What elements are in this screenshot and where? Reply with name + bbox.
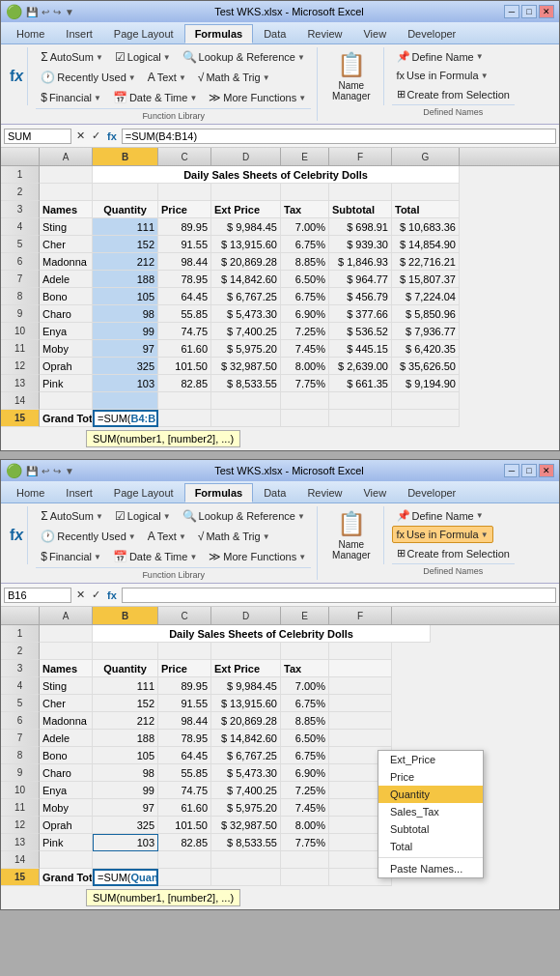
cell-d7-2[interactable]: $ 14,842.60 [211,730,281,747]
cell-g6-1[interactable]: $ 22,716.21 [392,253,460,271]
cell-d13-2[interactable]: $ 8,533.55 [211,834,281,851]
cell-e12-1[interactable]: 8.00% [281,358,329,375]
create-from-selection-btn-1[interactable]: ⊞ Create from Selection [392,85,515,103]
dropdown-item-price[interactable]: Price [378,768,483,786]
cell-a2-2[interactable] [40,643,93,660]
cell-a9-1[interactable]: Charo [40,305,93,323]
col-header-a-1[interactable]: A [40,148,93,165]
cell-d2-2[interactable] [211,643,281,660]
cell-b14-1[interactable] [93,392,158,410]
cell-b12-1[interactable]: 325 [93,358,158,375]
formula-input-1[interactable] [122,129,556,144]
cell-a5-1[interactable]: Cher [40,236,93,253]
cell-d5-1[interactable]: $ 13,915.60 [211,236,281,253]
cell-c14-2[interactable] [158,851,211,869]
cell-c2-1[interactable] [158,184,211,201]
cell-b7-1[interactable]: 188 [93,271,158,288]
cell-e5-1[interactable]: 6.75% [281,236,329,253]
cell-c12-1[interactable]: 101.50 [158,358,211,375]
cell-a8-2[interactable]: Bono [40,747,93,764]
cell-e7-1[interactable]: 6.50% [281,271,329,288]
cell-b10-1[interactable]: 99 [93,323,158,340]
cell-a15-2[interactable]: Grand Totals [40,869,93,886]
cell-c3-1[interactable]: Price [158,201,211,218]
cell-c11-1[interactable]: 61.60 [158,340,211,358]
lookup-ref-btn-1[interactable]: 🔍 Lookup & Reference ▼ [178,47,310,67]
cell-a12-1[interactable]: Oprah [40,358,93,375]
cell-f7-2[interactable] [329,730,392,747]
cell-e13-1[interactable]: 7.75% [281,375,329,392]
cell-c7-2[interactable]: 78.95 [158,730,211,747]
text-btn-1[interactable]: A Text ▼ [143,68,191,87]
datetime-btn-2[interactable]: 📅 Date & Time ▼ [108,547,202,566]
cell-c9-2[interactable]: 55.85 [158,764,211,782]
tab-developer-1[interactable]: Developer [397,24,466,43]
cell-a2-1[interactable] [40,184,93,201]
tab-review-2[interactable]: Review [296,483,352,502]
more-functions-btn-1[interactable]: ≫ More Functions ▼ [204,88,311,107]
cell-a11-1[interactable]: Moby [40,340,93,358]
cell-g15-1[interactable] [392,410,460,427]
cell-g5-1[interactable]: $ 14,854.90 [392,236,460,253]
cell-e8-2[interactable]: 6.75% [281,747,329,764]
dropdown-item-extprice[interactable]: Ext_Price [378,751,483,768]
cell-c13-1[interactable]: 82.85 [158,375,211,392]
maximize-btn-2[interactable]: □ [521,464,537,477]
cell-a13-2[interactable]: Pink [40,834,93,851]
use-in-formula-btn-2[interactable]: fx Use in Formula ▼ [392,526,493,543]
cell-c3-2[interactable]: Price [158,660,211,677]
quick-access-redo[interactable]: ↪ [53,7,61,17]
name-manager-btn-1[interactable]: 📋 NameManager [325,47,377,105]
insert-function-formula-btn[interactable]: fx [105,130,119,142]
dropdown-item-paste-names[interactable]: Paste Names... [378,860,483,877]
cell-f14-1[interactable] [329,392,392,410]
formula-input-2[interactable] [122,588,556,603]
cell-c6-2[interactable]: 98.44 [158,712,211,730]
col-header-a-2[interactable]: A [40,607,93,624]
cell-f5-1[interactable]: $ 939.30 [329,236,392,253]
qa-more-2[interactable]: ▼ [65,466,74,476]
cell-c15-1[interactable] [158,410,211,427]
cell-e9-1[interactable]: 6.90% [281,305,329,323]
cell-b3-2[interactable]: Quantity [93,660,158,677]
cell-d6-1[interactable]: $ 20,869.28 [211,253,281,271]
cell-b8-2[interactable]: 105 [93,747,158,764]
insert-function-formula-btn-2[interactable]: fx [105,589,119,601]
cell-g12-1[interactable]: $ 35,626.50 [392,358,460,375]
cell-e7-2[interactable]: 6.50% [281,730,329,747]
tab-data-2[interactable]: Data [253,483,296,502]
cell-e11-1[interactable]: 7.45% [281,340,329,358]
cell-a5-2[interactable]: Cher [40,695,93,712]
tab-formulas-2[interactable]: Formulas [184,483,254,502]
cell-d4-1[interactable]: $ 9,984.45 [211,218,281,236]
tab-insert-2[interactable]: Insert [55,483,103,502]
cell-d15-2[interactable] [211,869,281,886]
cancel-formula-btn[interactable]: ✕ [74,129,87,142]
cell-b4-2[interactable]: 111 [93,677,158,695]
text-btn-2[interactable]: A Text ▼ [143,527,191,546]
col-header-e-2[interactable]: E [281,607,329,624]
insert-function-btn[interactable]: fx [6,47,28,105]
define-name-btn-1[interactable]: 📌 Define Name ▼ [392,47,489,66]
use-in-formula-btn-1[interactable]: fx Use in Formula ▼ [392,67,493,84]
col-header-c-2[interactable]: C [158,607,211,624]
define-name-btn-2[interactable]: 📌 Define Name ▼ [392,506,489,525]
cell-b9-2[interactable]: 98 [93,764,158,782]
tab-view-1[interactable]: View [352,24,397,43]
dropdown-item-salestax[interactable]: Sales_Tax [378,803,483,820]
cell-b8-1[interactable]: 105 [93,288,158,305]
col-header-g-1[interactable]: G [392,148,460,165]
cell-f2-1[interactable] [329,184,392,201]
cell-c7-1[interactable]: 78.95 [158,271,211,288]
cell-f4-1[interactable]: $ 698.91 [329,218,392,236]
tab-insert-1[interactable]: Insert [55,24,103,43]
insert-function-btn-2[interactable]: fx [6,506,28,564]
cell-a10-1[interactable]: Enya [40,323,93,340]
cell-g3-1[interactable]: Total [392,201,460,218]
tab-pagelayout-1[interactable]: Page Layout [103,24,184,43]
cell-e4-2[interactable]: 7.00% [281,677,329,695]
cell-a8-1[interactable]: Bono [40,288,93,305]
cell-f6-2[interactable] [329,712,392,730]
cell-d13-1[interactable]: $ 8,533.55 [211,375,281,392]
cell-e6-1[interactable]: 8.85% [281,253,329,271]
